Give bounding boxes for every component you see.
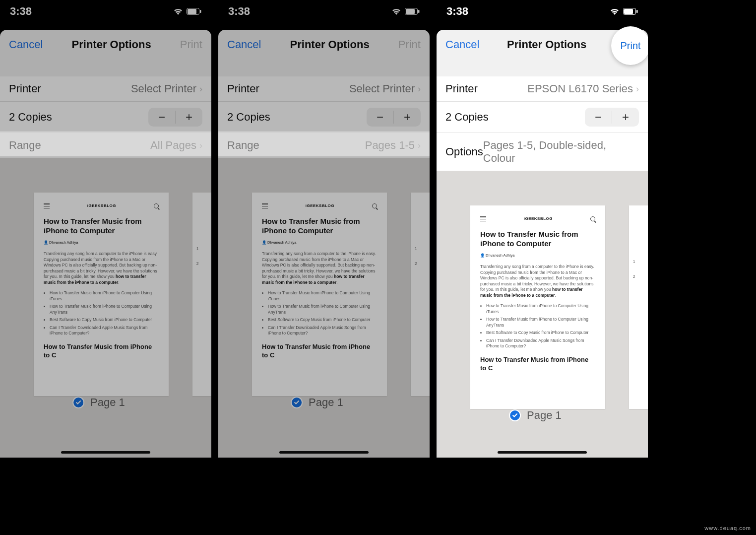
copies-stepper[interactable]: − + <box>148 108 202 127</box>
plus-button[interactable]: + <box>612 108 639 127</box>
page-subheading: How to Transfer Music from iPhone to C <box>44 342 159 360</box>
print-button: Print <box>180 38 202 51</box>
copies-row: 2 Copies − + <box>0 102 211 133</box>
page-body: Transferring any song from a computer to… <box>262 251 377 285</box>
battery-icon <box>187 8 201 15</box>
preview-page-2-peek[interactable]: 1 2 <box>629 205 648 409</box>
minus-button[interactable]: − <box>148 108 175 127</box>
svg-rect-5 <box>418 10 420 13</box>
status-time: 3:38 <box>446 5 468 18</box>
copies-stepper[interactable]: − + <box>367 108 421 127</box>
checkmark-icon <box>72 397 84 408</box>
hamburger-icon <box>480 216 486 221</box>
checkmark-icon <box>291 397 303 408</box>
battery-icon <box>405 8 420 15</box>
checkmark-icon <box>509 409 521 421</box>
svg-rect-4 <box>406 9 415 14</box>
page-indicator[interactable]: Page 1 <box>504 405 571 426</box>
svg-rect-7 <box>624 9 633 14</box>
options-row[interactable]: Options Pages 1-5, Double-sided, Colour <box>437 133 648 171</box>
page-author: 👤 Dhvanesh Adhiya <box>262 240 377 245</box>
print-settings: Printer EPSON L6170 Series › 2 Copies − … <box>437 76 648 171</box>
page-indicator[interactable]: Page 1 <box>286 392 353 413</box>
preview-area[interactable]: iGEEKSBLOG How to Transfer Music from iP… <box>0 158 211 458</box>
page-body: Transferring any song from a computer to… <box>480 264 595 298</box>
page-author: 👤 Dhvanesh Adhiya <box>44 240 159 245</box>
search-icon <box>372 203 377 208</box>
chevron-right-icon: › <box>418 84 421 94</box>
chevron-right-icon: › <box>636 84 639 94</box>
plus-button[interactable]: + <box>394 108 421 127</box>
preview-area[interactable]: iGEEKSBLOG How to Transfer Music from iP… <box>218 158 430 458</box>
preview-area[interactable]: iGEEKSBLOG How to Transfer Music from iP… <box>437 171 648 458</box>
printer-value: Select Printer › <box>131 82 202 95</box>
battery-icon <box>623 8 638 15</box>
status-time: 3:38 <box>10 5 32 18</box>
page-logo: iGEEKSBLOG <box>306 203 334 209</box>
home-indicator[interactable] <box>61 451 150 454</box>
printer-label: Printer <box>227 82 259 95</box>
printer-label: Printer <box>445 82 478 95</box>
page-logo: iGEEKSBLOG <box>524 216 553 222</box>
cancel-button[interactable]: Cancel <box>9 38 43 51</box>
screenshot-canvas: 3:38 Cancel Printer Options Print Printe… <box>0 0 756 535</box>
chevron-right-icon: › <box>199 84 202 94</box>
page-subheading: How to Transfer Music from iPhone to C <box>480 355 595 373</box>
page-author: 👤 Dhvanesh Adhiya <box>480 253 595 258</box>
preview-page-2-peek[interactable]: 1 2 <box>411 193 430 396</box>
printer-row[interactable]: Printer Select Printer › <box>0 76 211 102</box>
modal-title: Printer Options <box>507 38 586 51</box>
watermark: www.deuaq.com <box>704 525 751 531</box>
preview-page-1[interactable]: iGEEKSBLOG How to Transfer Music from iP… <box>34 193 169 396</box>
printer-value: EPSON L6170 Series › <box>527 82 639 95</box>
status-time: 3:38 <box>228 5 250 18</box>
page-toc: How to Transfer Music from iPhone to Com… <box>50 290 159 336</box>
minus-button[interactable]: − <box>585 108 612 127</box>
modal-title: Printer Options <box>290 38 370 51</box>
copies-label: 2 Copies <box>9 111 52 124</box>
screenshot-1: 3:38 Cancel Printer Options Print Printe… <box>0 0 211 458</box>
modal-title: Printer Options <box>72 38 151 51</box>
status-bar: 3:38 <box>0 0 211 23</box>
options-value: Pages 1-5, Double-sided, Colour <box>483 139 639 165</box>
nav-bar: Cancel Printer Options Print <box>0 30 211 60</box>
page-title: How to Transfer Music from iPhone to Com… <box>44 217 159 236</box>
screenshot-2: 3:38 Cancel Printer Options Print Printe… <box>218 0 430 458</box>
plus-button[interactable]: + <box>176 108 202 127</box>
svg-rect-8 <box>636 10 638 13</box>
copies-row: 2 Copies − + <box>437 102 648 133</box>
hamburger-icon <box>44 203 50 208</box>
screenshot-3: 3:38 Cancel Printer Options Print Printe… <box>437 0 648 458</box>
preview-page-1[interactable]: iGEEKSBLOG How to Transfer Music from iP… <box>470 205 605 409</box>
printer-value: Select Printer › <box>349 82 421 95</box>
page-body: Transferring any song from a computer to… <box>44 251 159 285</box>
page-title: How to Transfer Music from iPhone to Com… <box>262 217 377 236</box>
printer-row[interactable]: Printer Select Printer › <box>218 76 430 102</box>
home-indicator[interactable] <box>498 451 587 454</box>
copies-stepper[interactable]: − + <box>585 108 639 127</box>
nav-bar: Cancel Printer Options Print <box>218 30 430 60</box>
highlight-range-row <box>218 132 430 156</box>
cancel-button[interactable]: Cancel <box>227 38 261 51</box>
wifi-icon <box>391 7 402 15</box>
copies-row: 2 Copies − + <box>218 102 430 133</box>
page-toc: How to Transfer Music from iPhone to Com… <box>486 303 595 349</box>
page-title: How to Transfer Music from iPhone to Com… <box>480 230 595 249</box>
cancel-button[interactable]: Cancel <box>445 38 479 51</box>
page-logo: iGEEKSBLOG <box>87 203 116 209</box>
preview-page-2-peek[interactable]: 1 2 <box>192 193 211 396</box>
svg-rect-2 <box>200 10 201 13</box>
search-icon <box>154 203 159 208</box>
status-bar: 3:38 <box>218 0 430 23</box>
printer-row[interactable]: Printer EPSON L6170 Series › <box>437 76 648 102</box>
print-button[interactable]: Print <box>611 26 648 65</box>
preview-page-1[interactable]: iGEEKSBLOG How to Transfer Music from iP… <box>252 193 387 396</box>
page-indicator[interactable]: Page 1 <box>67 392 135 413</box>
wifi-icon <box>173 7 184 15</box>
svg-rect-1 <box>188 9 196 14</box>
minus-button[interactable]: − <box>367 108 393 127</box>
page-subheading: How to Transfer Music from iPhone to C <box>262 342 377 360</box>
search-icon <box>590 216 595 221</box>
home-indicator[interactable] <box>279 451 369 454</box>
options-label: Options <box>445 145 483 158</box>
